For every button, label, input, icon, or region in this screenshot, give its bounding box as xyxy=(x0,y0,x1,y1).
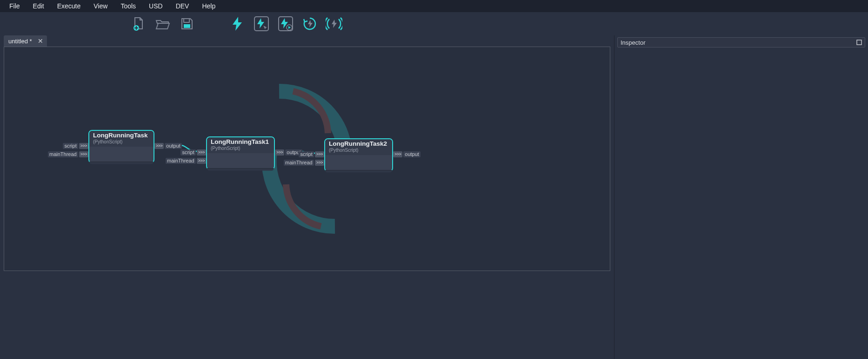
port-label: script xyxy=(63,143,78,149)
node-header[interactable]: LongRunningTask1(PythonScript) xyxy=(207,137,274,153)
node-footer xyxy=(89,162,154,164)
node-title: LongRunningTask2 xyxy=(329,141,388,148)
menu-item-tools[interactable]: Tools xyxy=(115,1,141,11)
menu-item-view[interactable]: View xyxy=(88,1,113,11)
menu-item-edit[interactable]: Edit xyxy=(27,1,50,11)
input-port[interactable]: script>>> xyxy=(180,149,206,156)
svg-rect-6 xyxy=(857,40,861,45)
inspector-title: Inspector xyxy=(621,39,645,46)
maximize-icon[interactable] xyxy=(856,40,862,45)
port-label: output xyxy=(403,151,421,157)
inspector-body xyxy=(614,49,868,359)
node-header[interactable]: LongRunningTask2(PythonScript) xyxy=(325,139,392,155)
node-canvas[interactable]: LongRunningTask(PythonScript)script>>>ma… xyxy=(4,47,610,271)
execute-button[interactable] xyxy=(229,15,246,32)
execute-step-button[interactable] xyxy=(277,15,294,32)
open-folder-button[interactable] xyxy=(154,15,171,32)
input-port[interactable]: script>>> xyxy=(299,151,324,158)
new-file-icon xyxy=(132,17,146,31)
graph-node[interactable]: LongRunningTask(PythonScript)script>>>ma… xyxy=(88,130,154,163)
input-ports: script>>>mainThread>>> xyxy=(48,142,89,158)
svg-rect-1 xyxy=(184,19,189,22)
bolt-icon xyxy=(231,16,243,31)
node-body xyxy=(89,147,154,162)
port-pin-icon: >>> xyxy=(79,143,88,149)
execute-broadcast-button[interactable] xyxy=(326,15,342,32)
main-content: untitled * ✕ LongRunningTask(PythonScrip… xyxy=(0,35,868,359)
graph-node[interactable]: LongRunningTask2(PythonScript)script>>>m… xyxy=(324,138,393,172)
save-file-button[interactable] xyxy=(179,15,195,32)
port-pin-icon: >>> xyxy=(275,149,284,156)
inspector-panel: Inspector xyxy=(614,35,868,359)
port-pin-icon: >>> xyxy=(315,160,324,166)
editor-pane: untitled * ✕ LongRunningTask(PythonScrip… xyxy=(0,35,614,359)
svg-rect-2 xyxy=(184,24,190,28)
menu-item-dev[interactable]: DEV xyxy=(170,1,195,11)
close-icon[interactable]: ✕ xyxy=(38,38,43,44)
bolt-play-icon xyxy=(278,16,293,31)
port-pin-icon: >>> xyxy=(154,143,164,149)
node-subtitle: (PythonScript) xyxy=(93,139,150,144)
input-port[interactable]: mainThread>>> xyxy=(166,157,206,164)
canvas-wrap: LongRunningTask(PythonScript)script>>>ma… xyxy=(0,47,614,359)
output-port[interactable]: output>>> xyxy=(393,151,421,158)
menu-item-usd[interactable]: USD xyxy=(143,1,168,11)
bolt-cursor-icon xyxy=(254,16,269,31)
port-label: mainThread xyxy=(284,160,314,166)
port-label: mainThread xyxy=(48,151,78,157)
new-file-button[interactable] xyxy=(130,15,147,32)
output-port[interactable]: output>>> xyxy=(154,142,182,149)
save-file-icon xyxy=(180,17,194,30)
open-folder-icon xyxy=(155,17,170,31)
port-pin-icon: >>> xyxy=(197,149,206,156)
tab-bar: untitled * ✕ xyxy=(0,35,614,47)
graph-node[interactable]: LongRunningTask1(PythonScript)script>>>m… xyxy=(206,136,275,170)
toolbar xyxy=(0,12,868,35)
document-tab[interactable]: untitled * ✕ xyxy=(4,35,47,47)
port-pin-icon: >>> xyxy=(315,151,324,157)
bolt-broadcast-icon xyxy=(326,16,342,31)
node-footer xyxy=(207,168,274,171)
port-label: output xyxy=(165,143,182,149)
input-ports: script>>>mainThread>>> xyxy=(166,149,207,164)
output-ports: output>>> xyxy=(154,142,182,149)
execute-selection-button[interactable] xyxy=(253,15,270,32)
node-body xyxy=(325,155,392,170)
output-ports: output>>> xyxy=(392,151,421,158)
node-header[interactable]: LongRunningTask(PythonScript) xyxy=(89,131,154,147)
menubar: FileEditExecuteViewToolsUSDDEVHelp xyxy=(0,0,868,12)
port-label: mainThread xyxy=(166,158,196,164)
input-port[interactable]: script>>> xyxy=(63,142,88,149)
input-port[interactable]: mainThread>>> xyxy=(284,159,324,166)
node-title: LongRunningTask xyxy=(93,132,150,139)
inspector-header[interactable]: Inspector xyxy=(617,37,865,47)
tab-title: untitled * xyxy=(8,38,32,45)
bolt-refresh-icon xyxy=(302,16,317,31)
port-pin-icon: >>> xyxy=(197,158,206,164)
node-footer xyxy=(325,170,392,173)
menu-item-file[interactable]: File xyxy=(4,1,26,11)
port-pin-icon: >>> xyxy=(79,151,88,157)
node-title: LongRunningTask1 xyxy=(211,139,270,146)
node-body xyxy=(207,153,274,168)
port-label: script xyxy=(299,151,314,157)
port-pin-icon: >>> xyxy=(393,151,402,157)
input-port[interactable]: mainThread>>> xyxy=(48,151,88,158)
node-subtitle: (PythonScript) xyxy=(211,146,270,151)
input-ports: script>>>mainThread>>> xyxy=(284,151,325,166)
port-label: script xyxy=(180,149,195,156)
node-subtitle: (PythonScript) xyxy=(329,148,388,153)
menu-item-help[interactable]: Help xyxy=(196,1,221,11)
execute-refresh-button[interactable] xyxy=(301,15,318,32)
menu-item-execute[interactable]: Execute xyxy=(52,1,87,11)
